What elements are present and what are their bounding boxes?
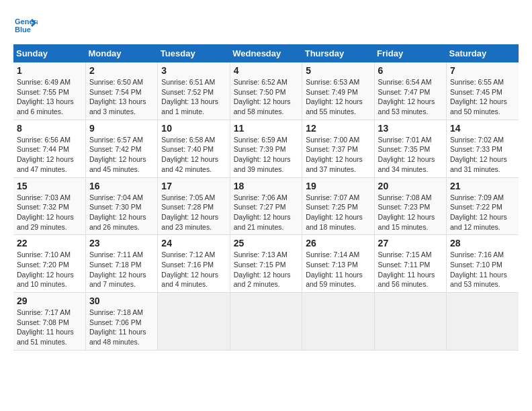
day-info: Sunrise: 6:53 AM Sunset: 7:49 PM Dayligh… — [306, 77, 370, 117]
day-number: 26 — [306, 238, 370, 248]
calendar-day-cell: 29 Sunrise: 7:17 AM Sunset: 7:08 PM Dayl… — [13, 293, 85, 351]
calendar-day-cell: 27 Sunrise: 7:15 AM Sunset: 7:11 PM Dayl… — [374, 235, 446, 293]
day-number: 15 — [17, 181, 82, 191]
day-info: Sunrise: 7:08 AM Sunset: 7:23 PM Dayligh… — [378, 193, 443, 232]
day-info: Sunrise: 7:10 AM Sunset: 7:20 PM Dayligh… — [17, 250, 82, 289]
empty-day-cell — [158, 293, 230, 351]
calendar-day-cell: 18 Sunrise: 7:06 AM Sunset: 7:27 PM Dayl… — [230, 177, 302, 235]
calendar-week-row: 1 Sunrise: 6:49 AM Sunset: 7:55 PM Dayli… — [13, 62, 519, 120]
calendar-day-cell: 6 Sunrise: 6:54 AM Sunset: 7:47 PM Dayli… — [374, 62, 446, 120]
calendar-week-row: 29 Sunrise: 7:17 AM Sunset: 7:08 PM Dayl… — [13, 293, 519, 351]
day-number: 14 — [450, 123, 515, 134]
header-tuesday: Tuesday — [158, 44, 230, 62]
calendar-day-cell: 26 Sunrise: 7:14 AM Sunset: 7:13 PM Dayl… — [302, 235, 374, 293]
calendar-day-cell: 15 Sunrise: 7:03 AM Sunset: 7:32 PM Dayl… — [13, 177, 85, 235]
calendar-week-row: 8 Sunrise: 6:56 AM Sunset: 7:44 PM Dayli… — [13, 120, 519, 177]
calendar-day-cell: 4 Sunrise: 6:52 AM Sunset: 7:50 PM Dayli… — [230, 62, 302, 120]
calendar-day-cell: 7 Sunrise: 6:55 AM Sunset: 7:45 PM Dayli… — [447, 62, 519, 120]
day-number: 23 — [89, 238, 154, 248]
header-wednesday: Wednesday — [230, 44, 302, 62]
empty-day-cell — [374, 293, 446, 351]
header-thursday: Thursday — [302, 44, 374, 62]
day-number: 8 — [17, 123, 82, 134]
day-info: Sunrise: 6:54 AM Sunset: 7:47 PM Dayligh… — [378, 77, 443, 117]
header-friday: Friday — [374, 44, 446, 62]
day-number: 6 — [378, 65, 443, 76]
day-number: 1 — [17, 65, 82, 76]
calendar-day-cell: 14 Sunrise: 7:02 AM Sunset: 7:33 PM Dayl… — [447, 120, 519, 177]
day-number: 20 — [378, 181, 443, 191]
calendar-day-cell: 24 Sunrise: 7:12 AM Sunset: 7:16 PM Dayl… — [158, 235, 230, 293]
day-info: Sunrise: 7:09 AM Sunset: 7:22 PM Dayligh… — [450, 193, 515, 232]
day-number: 24 — [161, 238, 226, 248]
day-info: Sunrise: 6:55 AM Sunset: 7:45 PM Dayligh… — [450, 77, 515, 117]
calendar-table: Sunday Monday Tuesday Wednesday Thursday… — [13, 44, 519, 351]
calendar-day-cell: 9 Sunrise: 6:57 AM Sunset: 7:42 PM Dayli… — [85, 120, 157, 177]
day-number: 5 — [306, 65, 370, 76]
day-number: 19 — [306, 181, 370, 191]
day-number: 12 — [306, 123, 370, 134]
day-number: 16 — [89, 181, 154, 191]
calendar-day-cell: 2 Sunrise: 6:50 AM Sunset: 7:54 PM Dayli… — [85, 62, 157, 120]
empty-day-cell — [230, 293, 302, 351]
calendar-week-row: 15 Sunrise: 7:03 AM Sunset: 7:32 PM Dayl… — [13, 177, 519, 235]
day-info: Sunrise: 6:49 AM Sunset: 7:55 PM Dayligh… — [17, 77, 82, 117]
calendar-day-cell: 20 Sunrise: 7:08 AM Sunset: 7:23 PM Dayl… — [374, 177, 446, 235]
calendar-day-cell: 8 Sunrise: 6:56 AM Sunset: 7:44 PM Dayli… — [13, 120, 85, 177]
day-info: Sunrise: 7:15 AM Sunset: 7:11 PM Dayligh… — [378, 250, 443, 289]
calendar-day-cell: 5 Sunrise: 6:53 AM Sunset: 7:49 PM Dayli… — [302, 62, 374, 120]
day-info: Sunrise: 7:11 AM Sunset: 7:18 PM Dayligh… — [89, 250, 154, 289]
calendar-day-cell: 28 Sunrise: 7:16 AM Sunset: 7:10 PM Dayl… — [447, 235, 519, 293]
day-number: 17 — [161, 181, 226, 191]
day-number: 25 — [234, 238, 298, 248]
calendar-day-cell: 21 Sunrise: 7:09 AM Sunset: 7:22 PM Dayl… — [447, 177, 519, 235]
calendar-day-cell: 1 Sunrise: 6:49 AM Sunset: 7:55 PM Dayli… — [13, 62, 85, 120]
day-info: Sunrise: 7:14 AM Sunset: 7:13 PM Dayligh… — [306, 250, 370, 289]
svg-text:Blue: Blue — [15, 26, 31, 34]
calendar-day-cell: 22 Sunrise: 7:10 AM Sunset: 7:20 PM Dayl… — [13, 235, 85, 293]
day-info: Sunrise: 6:50 AM Sunset: 7:54 PM Dayligh… — [89, 77, 154, 117]
day-info: Sunrise: 7:01 AM Sunset: 7:35 PM Dayligh… — [378, 135, 443, 175]
day-info: Sunrise: 6:51 AM Sunset: 7:52 PM Dayligh… — [161, 77, 226, 117]
day-info: Sunrise: 7:05 AM Sunset: 7:28 PM Dayligh… — [161, 193, 226, 232]
day-number: 30 — [89, 295, 154, 306]
day-info: Sunrise: 6:52 AM Sunset: 7:50 PM Dayligh… — [234, 77, 298, 117]
day-info: Sunrise: 7:03 AM Sunset: 7:32 PM Dayligh… — [17, 193, 82, 232]
day-number: 11 — [234, 123, 298, 134]
calendar-day-cell: 19 Sunrise: 7:07 AM Sunset: 7:25 PM Dayl… — [302, 177, 374, 235]
day-number: 7 — [450, 65, 515, 76]
day-number: 22 — [17, 238, 82, 248]
day-number: 21 — [450, 181, 515, 191]
header-monday: Monday — [85, 44, 157, 62]
calendar-day-cell: 16 Sunrise: 7:04 AM Sunset: 7:30 PM Dayl… — [85, 177, 157, 235]
day-info: Sunrise: 7:07 AM Sunset: 7:25 PM Dayligh… — [306, 193, 370, 232]
day-info: Sunrise: 6:58 AM Sunset: 7:40 PM Dayligh… — [161, 135, 226, 175]
calendar-day-cell: 23 Sunrise: 7:11 AM Sunset: 7:18 PM Dayl… — [85, 235, 157, 293]
empty-day-cell — [447, 293, 519, 351]
day-number: 27 — [378, 238, 443, 248]
day-number: 4 — [234, 65, 298, 76]
day-info: Sunrise: 6:56 AM Sunset: 7:44 PM Dayligh… — [17, 135, 82, 175]
day-info: Sunrise: 7:13 AM Sunset: 7:15 PM Dayligh… — [234, 250, 298, 289]
header-saturday: Saturday — [447, 44, 519, 62]
calendar-week-row: 22 Sunrise: 7:10 AM Sunset: 7:20 PM Dayl… — [13, 235, 519, 293]
logo: General Blue — [13, 13, 40, 38]
empty-day-cell — [302, 293, 374, 351]
day-number: 29 — [17, 295, 82, 306]
calendar-day-cell: 3 Sunrise: 6:51 AM Sunset: 7:52 PM Dayli… — [158, 62, 230, 120]
calendar-day-cell: 25 Sunrise: 7:13 AM Sunset: 7:15 PM Dayl… — [230, 235, 302, 293]
calendar-day-cell: 30 Sunrise: 7:18 AM Sunset: 7:06 PM Dayl… — [85, 293, 157, 351]
day-info: Sunrise: 7:16 AM Sunset: 7:10 PM Dayligh… — [450, 250, 515, 289]
day-number: 18 — [234, 181, 298, 191]
calendar-day-cell: 11 Sunrise: 6:59 AM Sunset: 7:39 PM Dayl… — [230, 120, 302, 177]
day-info: Sunrise: 6:57 AM Sunset: 7:42 PM Dayligh… — [89, 135, 154, 175]
calendar-day-cell: 10 Sunrise: 6:58 AM Sunset: 7:40 PM Dayl… — [158, 120, 230, 177]
day-info: Sunrise: 7:18 AM Sunset: 7:06 PM Dayligh… — [89, 308, 154, 347]
weekday-header-row: Sunday Monday Tuesday Wednesday Thursday… — [13, 44, 519, 62]
header-sunday: Sunday — [13, 44, 85, 62]
day-info: Sunrise: 7:17 AM Sunset: 7:08 PM Dayligh… — [17, 308, 82, 347]
calendar-day-cell: 12 Sunrise: 7:00 AM Sunset: 7:37 PM Dayl… — [302, 120, 374, 177]
day-number: 9 — [89, 123, 154, 134]
logo-icon: General Blue — [13, 13, 38, 38]
day-info: Sunrise: 7:00 AM Sunset: 7:37 PM Dayligh… — [306, 135, 370, 175]
